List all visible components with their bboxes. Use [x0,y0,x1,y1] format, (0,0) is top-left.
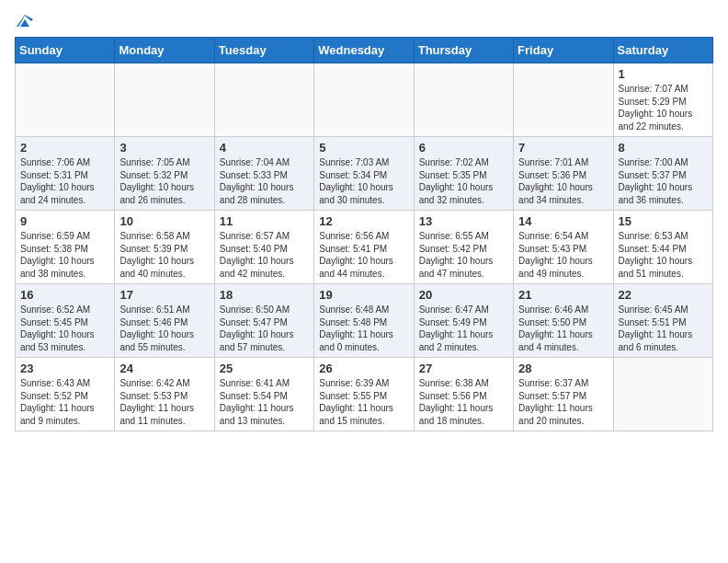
calendar-table: SundayMondayTuesdayWednesdayThursdayFrid… [15,37,713,431]
day-info: Sunrise: 6:38 AM Sunset: 5:56 PM Dayligh… [419,377,508,427]
calendar-cell: 23Sunrise: 6:43 AM Sunset: 5:52 PM Dayli… [16,358,115,431]
day-info: Sunrise: 6:50 AM Sunset: 5:47 PM Dayligh… [220,304,309,353]
calendar-header: SundayMondayTuesdayWednesdayThursdayFrid… [16,38,713,63]
calendar-cell: 6Sunrise: 7:02 AM Sunset: 5:35 PM Daylig… [414,137,513,211]
weekday-header-row: SundayMondayTuesdayWednesdayThursdayFrid… [16,38,713,63]
logo [15,15,35,28]
day-info: Sunrise: 7:00 AM Sunset: 5:37 PM Dayligh… [619,156,708,206]
day-number: 13 [419,214,508,228]
day-number: 18 [220,288,309,302]
calendar-cell: 20Sunrise: 6:47 AM Sunset: 5:49 PM Dayli… [414,284,513,358]
calendar-cell [16,63,115,137]
day-info: Sunrise: 6:51 AM Sunset: 5:46 PM Dayligh… [119,304,209,353]
day-number: 14 [518,214,608,228]
calendar-cell: 9Sunrise: 6:59 AM Sunset: 5:38 PM Daylig… [16,211,115,284]
day-info: Sunrise: 6:45 AM Sunset: 5:51 PM Dayligh… [619,304,708,353]
day-number: 21 [518,288,608,302]
day-number: 1 [619,67,708,81]
day-info: Sunrise: 6:37 AM Sunset: 5:57 PM Dayligh… [518,377,608,427]
day-number: 26 [319,362,408,375]
day-info: Sunrise: 6:42 AM Sunset: 5:53 PM Dayligh… [119,377,209,427]
day-info: Sunrise: 7:01 AM Sunset: 5:36 PM Dayligh… [518,156,608,206]
calendar-cell [214,63,313,137]
day-number: 17 [119,288,209,302]
calendar-cell: 28Sunrise: 6:37 AM Sunset: 5:57 PM Dayli… [514,358,613,431]
weekday-friday: Friday [514,38,613,63]
day-info: Sunrise: 7:05 AM Sunset: 5:32 PM Dayligh… [119,156,209,206]
calendar-cell: 10Sunrise: 6:58 AM Sunset: 5:39 PM Dayli… [115,211,214,284]
calendar-week-1: 2Sunrise: 7:06 AM Sunset: 5:31 PM Daylig… [16,137,713,211]
day-info: Sunrise: 6:58 AM Sunset: 5:39 PM Dayligh… [119,230,209,280]
calendar-cell: 17Sunrise: 6:51 AM Sunset: 5:46 PM Dayli… [115,284,214,358]
day-number: 5 [319,141,408,155]
calendar-cell [115,63,214,137]
day-number: 24 [119,362,209,375]
calendar-week-0: 1Sunrise: 7:07 AM Sunset: 5:29 PM Daylig… [16,63,713,137]
calendar-cell: 8Sunrise: 7:00 AM Sunset: 5:37 PM Daylig… [613,137,712,211]
day-number: 19 [319,288,408,302]
calendar-cell: 26Sunrise: 6:39 AM Sunset: 5:55 PM Dayli… [314,358,414,431]
day-info: Sunrise: 6:56 AM Sunset: 5:41 PM Dayligh… [319,230,408,280]
calendar-cell: 7Sunrise: 7:01 AM Sunset: 5:36 PM Daylig… [514,137,613,211]
day-number: 8 [619,141,708,155]
day-number: 20 [419,288,508,302]
calendar-cell: 11Sunrise: 6:57 AM Sunset: 5:40 PM Dayli… [214,211,313,284]
day-number: 10 [119,214,209,228]
calendar-cell: 22Sunrise: 6:45 AM Sunset: 5:51 PM Dayli… [613,284,712,358]
calendar-cell [314,63,414,137]
calendar-cell: 25Sunrise: 6:41 AM Sunset: 5:54 PM Dayli… [214,358,313,431]
calendar-cell: 19Sunrise: 6:48 AM Sunset: 5:48 PM Dayli… [314,284,414,358]
day-info: Sunrise: 6:47 AM Sunset: 5:49 PM Dayligh… [419,304,508,353]
day-info: Sunrise: 6:57 AM Sunset: 5:40 PM Dayligh… [220,230,309,280]
calendar-cell: 15Sunrise: 6:53 AM Sunset: 5:44 PM Dayli… [613,211,712,284]
calendar-cell: 4Sunrise: 7:04 AM Sunset: 5:33 PM Daylig… [214,137,313,211]
calendar-cell: 1Sunrise: 7:07 AM Sunset: 5:29 PM Daylig… [613,63,712,137]
day-info: Sunrise: 7:03 AM Sunset: 5:34 PM Dayligh… [319,156,408,206]
logo-icon [17,15,33,28]
weekday-wednesday: Wednesday [314,38,414,63]
day-info: Sunrise: 7:02 AM Sunset: 5:35 PM Dayligh… [419,156,508,206]
day-info: Sunrise: 6:52 AM Sunset: 5:45 PM Dayligh… [20,304,109,353]
calendar-week-3: 16Sunrise: 6:52 AM Sunset: 5:45 PM Dayli… [16,284,713,358]
calendar-cell: 2Sunrise: 7:06 AM Sunset: 5:31 PM Daylig… [16,137,115,211]
calendar-week-2: 9Sunrise: 6:59 AM Sunset: 5:38 PM Daylig… [16,211,713,284]
day-number: 28 [518,362,608,375]
calendar-cell [613,358,712,431]
calendar-cell: 18Sunrise: 6:50 AM Sunset: 5:47 PM Dayli… [214,284,313,358]
day-number: 4 [220,141,309,155]
day-number: 15 [619,214,708,228]
weekday-tuesday: Tuesday [214,38,313,63]
calendar-cell: 27Sunrise: 6:38 AM Sunset: 5:56 PM Dayli… [414,358,513,431]
day-info: Sunrise: 6:55 AM Sunset: 5:42 PM Dayligh… [419,230,508,280]
day-info: Sunrise: 6:59 AM Sunset: 5:38 PM Dayligh… [20,230,109,280]
day-number: 9 [20,214,109,228]
weekday-thursday: Thursday [414,38,513,63]
day-info: Sunrise: 6:43 AM Sunset: 5:52 PM Dayligh… [20,377,109,427]
day-info: Sunrise: 6:41 AM Sunset: 5:54 PM Dayligh… [220,377,309,427]
day-number: 25 [220,362,309,375]
page-header [15,15,713,28]
day-number: 22 [619,288,708,302]
day-number: 11 [220,214,309,228]
day-number: 2 [20,141,109,155]
day-number: 6 [419,141,508,155]
day-info: Sunrise: 6:48 AM Sunset: 5:48 PM Dayligh… [319,304,408,353]
day-number: 16 [20,288,109,302]
day-info: Sunrise: 7:04 AM Sunset: 5:33 PM Dayligh… [220,156,309,206]
day-info: Sunrise: 6:54 AM Sunset: 5:43 PM Dayligh… [518,230,608,280]
calendar-cell: 24Sunrise: 6:42 AM Sunset: 5:53 PM Dayli… [115,358,214,431]
calendar-cell: 13Sunrise: 6:55 AM Sunset: 5:42 PM Dayli… [414,211,513,284]
calendar-cell: 12Sunrise: 6:56 AM Sunset: 5:41 PM Dayli… [314,211,414,284]
calendar-cell: 16Sunrise: 6:52 AM Sunset: 5:45 PM Dayli… [16,284,115,358]
day-info: Sunrise: 6:46 AM Sunset: 5:50 PM Dayligh… [518,304,608,353]
day-number: 23 [20,362,109,375]
day-info: Sunrise: 7:07 AM Sunset: 5:29 PM Dayligh… [619,83,708,132]
calendar-cell: 14Sunrise: 6:54 AM Sunset: 5:43 PM Dayli… [514,211,613,284]
day-info: Sunrise: 6:53 AM Sunset: 5:44 PM Dayligh… [619,230,708,280]
day-info: Sunrise: 7:06 AM Sunset: 5:31 PM Dayligh… [20,156,109,206]
weekday-monday: Monday [115,38,214,63]
day-number: 7 [518,141,608,155]
calendar-cell: 3Sunrise: 7:05 AM Sunset: 5:32 PM Daylig… [115,137,214,211]
calendar-cell [414,63,513,137]
calendar-cell [514,63,613,137]
